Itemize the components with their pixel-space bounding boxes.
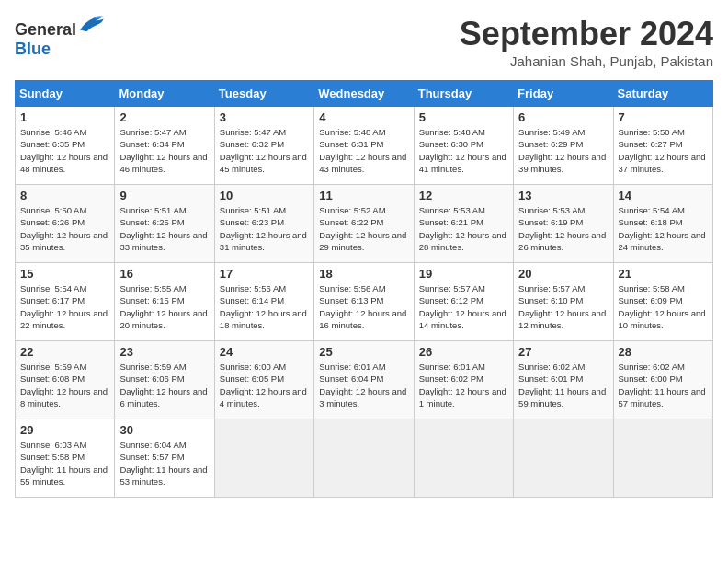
table-row: 11 Sunrise: 5:52 AMSunset: 6:22 PMDaylig… [314,185,414,263]
day-number: 30 [119,423,209,437]
table-row [613,419,712,498]
calendar-week-3: 15 Sunrise: 5:54 AMSunset: 6:17 PMDaylig… [16,263,713,341]
day-number: 4 [319,110,408,124]
table-row [314,419,414,498]
day-info: Sunrise: 5:49 AMSunset: 6:29 PMDaylight:… [518,127,606,174]
table-row: 12 Sunrise: 5:53 AMSunset: 6:21 PMDaylig… [414,185,513,263]
table-row: 29 Sunrise: 6:03 AMSunset: 5:58 PMDaylig… [16,419,115,498]
col-wednesday: Wednesday [314,81,414,107]
day-number: 2 [119,110,209,124]
table-row: 21 Sunrise: 5:58 AMSunset: 6:09 PMDaylig… [613,263,712,341]
day-number: 23 [119,345,209,359]
table-row [214,419,313,498]
day-info: Sunrise: 5:53 AMSunset: 6:21 PMDaylight:… [419,205,506,252]
day-info: Sunrise: 5:55 AMSunset: 6:15 PMDaylight:… [119,283,207,330]
table-row: 16 Sunrise: 5:55 AMSunset: 6:15 PMDaylig… [115,263,214,341]
table-row: 19 Sunrise: 5:57 AMSunset: 6:12 PMDaylig… [414,263,513,341]
table-row: 14 Sunrise: 5:54 AMSunset: 6:18 PMDaylig… [613,185,712,263]
day-number: 3 [220,110,309,124]
col-friday: Friday [514,81,613,107]
day-number: 14 [619,189,708,202]
calendar-week-5: 29 Sunrise: 6:03 AMSunset: 5:58 PMDaylig… [16,419,713,498]
day-number: 18 [319,267,408,281]
day-number: 27 [518,345,608,359]
day-info: Sunrise: 6:03 AMSunset: 5:58 PMDaylight:… [20,440,108,487]
day-number: 26 [419,345,508,359]
day-info: Sunrise: 6:01 AMSunset: 6:04 PMDaylight:… [319,362,406,408]
table-row: 22 Sunrise: 5:59 AMSunset: 6:08 PMDaylig… [16,341,115,419]
day-info: Sunrise: 5:58 AMSunset: 6:09 PMDaylight:… [619,283,706,330]
day-info: Sunrise: 5:46 AMSunset: 6:35 PMDaylight:… [20,127,108,174]
day-number: 29 [20,423,109,437]
day-info: Sunrise: 5:48 AMSunset: 6:30 PMDaylight:… [419,127,506,174]
day-number: 15 [20,267,109,281]
day-number: 1 [20,110,109,124]
day-number: 20 [518,267,608,281]
day-number: 28 [619,345,708,359]
table-row: 17 Sunrise: 5:56 AMSunset: 6:14 PMDaylig… [214,263,313,341]
logo: General Blue [15,15,104,59]
table-row: 8 Sunrise: 5:50 AMSunset: 6:26 PMDayligh… [16,185,115,263]
day-info: Sunrise: 5:54 AMSunset: 6:18 PMDaylight:… [619,205,706,252]
table-row: 10 Sunrise: 5:51 AMSunset: 6:23 PMDaylig… [214,185,313,263]
day-info: Sunrise: 5:57 AMSunset: 6:12 PMDaylight:… [419,283,506,330]
table-row [414,419,513,498]
logo-text: General Blue [15,15,104,59]
day-number: 12 [419,189,508,202]
day-number: 5 [419,110,508,124]
table-row: 18 Sunrise: 5:56 AMSunset: 6:13 PMDaylig… [314,263,414,341]
location-subtitle: Jahanian Shah, Punjab, Pakistan [460,53,713,69]
day-number: 16 [119,267,209,281]
table-row: 13 Sunrise: 5:53 AMSunset: 6:19 PMDaylig… [514,185,613,263]
day-number: 10 [220,189,309,202]
calendar-week-4: 22 Sunrise: 5:59 AMSunset: 6:08 PMDaylig… [16,341,713,419]
day-number: 11 [319,189,408,202]
col-tuesday: Tuesday [214,81,313,107]
col-thursday: Thursday [414,81,513,107]
table-row: 26 Sunrise: 6:01 AMSunset: 6:02 PMDaylig… [414,341,513,419]
day-number: 9 [119,189,209,202]
title-section: September 2024 Jahanian Shah, Punjab, Pa… [460,15,713,69]
table-row: 5 Sunrise: 5:48 AMSunset: 6:30 PMDayligh… [414,107,513,185]
table-row: 3 Sunrise: 5:47 AMSunset: 6:32 PMDayligh… [214,107,313,185]
day-info: Sunrise: 5:53 AMSunset: 6:19 PMDaylight:… [518,205,606,252]
day-info: Sunrise: 5:54 AMSunset: 6:17 PMDaylight:… [20,283,108,330]
table-row: 27 Sunrise: 6:02 AMSunset: 6:01 PMDaylig… [514,341,613,419]
day-number: 21 [619,267,708,281]
col-sunday: Sunday [16,81,115,107]
day-info: Sunrise: 6:04 AMSunset: 5:57 PMDaylight:… [119,440,207,487]
table-row: 2 Sunrise: 5:47 AMSunset: 6:34 PMDayligh… [115,107,214,185]
calendar-week-2: 8 Sunrise: 5:50 AMSunset: 6:26 PMDayligh… [16,185,713,263]
logo-blue: Blue [15,40,51,58]
day-info: Sunrise: 6:02 AMSunset: 6:00 PMDaylight:… [619,362,706,408]
day-info: Sunrise: 6:02 AMSunset: 6:01 PMDaylight:… [518,362,606,408]
day-info: Sunrise: 5:59 AMSunset: 6:08 PMDaylight:… [20,362,108,408]
day-number: 25 [319,345,408,359]
day-number: 19 [419,267,508,281]
day-number: 8 [20,189,109,202]
table-row: 4 Sunrise: 5:48 AMSunset: 6:31 PMDayligh… [314,107,414,185]
table-row: 28 Sunrise: 6:02 AMSunset: 6:00 PMDaylig… [613,341,712,419]
day-info: Sunrise: 5:51 AMSunset: 6:25 PMDaylight:… [119,205,207,252]
table-row: 7 Sunrise: 5:50 AMSunset: 6:27 PMDayligh… [613,107,712,185]
table-row: 25 Sunrise: 6:01 AMSunset: 6:04 PMDaylig… [314,341,414,419]
day-info: Sunrise: 6:00 AMSunset: 6:05 PMDaylight:… [220,362,307,408]
day-number: 17 [220,267,309,281]
day-info: Sunrise: 5:47 AMSunset: 6:34 PMDaylight:… [119,127,207,174]
day-number: 24 [220,345,309,359]
day-number: 7 [619,110,708,124]
day-info: Sunrise: 5:51 AMSunset: 6:23 PMDaylight:… [220,205,307,252]
logo-general: General [15,20,76,39]
table-row: 9 Sunrise: 5:51 AMSunset: 6:25 PMDayligh… [115,185,214,263]
col-saturday: Saturday [613,81,712,107]
calendar-week-1: 1 Sunrise: 5:46 AMSunset: 6:35 PMDayligh… [16,107,713,185]
day-info: Sunrise: 5:50 AMSunset: 6:27 PMDaylight:… [619,127,706,174]
table-row: 24 Sunrise: 6:00 AMSunset: 6:05 PMDaylig… [214,341,313,419]
day-info: Sunrise: 5:56 AMSunset: 6:14 PMDaylight:… [220,283,307,330]
calendar-table: Sunday Monday Tuesday Wednesday Thursday… [15,80,713,498]
table-row [514,419,613,498]
month-title: September 2024 [460,15,713,53]
table-row: 1 Sunrise: 5:46 AMSunset: 6:35 PMDayligh… [16,107,115,185]
header-row: Sunday Monday Tuesday Wednesday Thursday… [16,81,713,107]
day-info: Sunrise: 5:48 AMSunset: 6:31 PMDaylight:… [319,127,406,174]
